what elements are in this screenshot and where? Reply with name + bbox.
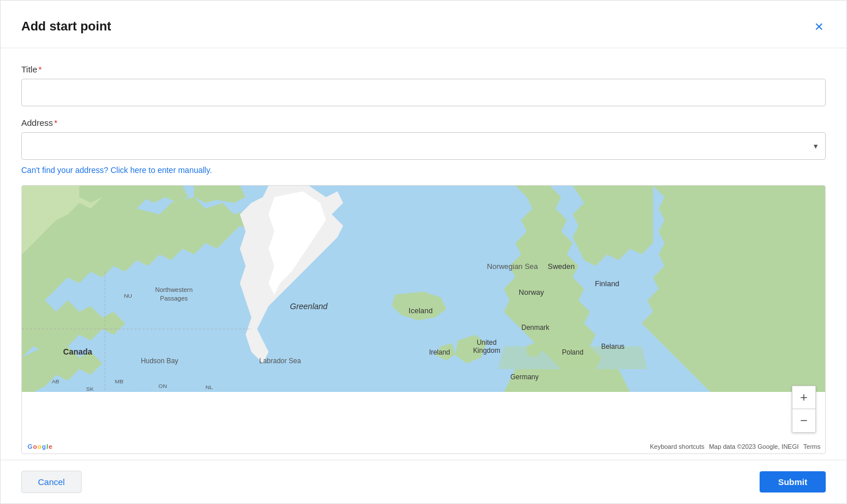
map-label-uk: United (477, 338, 497, 347)
map-label-labrador-sea: Labrador Sea (259, 357, 301, 365)
dialog-footer: Cancel Submit (1, 460, 846, 503)
map-label-northwestern: Northwestern (155, 286, 193, 293)
zoom-out-button[interactable]: − (792, 409, 815, 432)
title-label: Title* (21, 64, 826, 74)
svg-text:Kingdom: Kingdom (473, 347, 500, 355)
dialog-header: Add start point × (1, 1, 846, 48)
keyboard-shortcuts-link[interactable]: Keyboard shortcuts (650, 443, 704, 450)
map-label-ireland: Ireland (429, 348, 450, 356)
cancel-button[interactable]: Cancel (21, 471, 82, 493)
map-label-greenland: Greenland (290, 302, 328, 311)
map-label-hudson-bay: Hudson Bay (141, 357, 178, 365)
zoom-in-button[interactable]: + (792, 386, 815, 409)
address-label: Address* (21, 118, 826, 128)
map-label-canada: Canada (63, 347, 93, 356)
map-data-text: Map data ©2023 Google, INEGI (709, 443, 799, 450)
map-label-denmark: Denmark (522, 324, 550, 332)
add-start-point-dialog: Add start point × Title* Address* ▾ Can'… (0, 0, 847, 504)
dialog-body: Title* Address* ▾ Can't find your addres… (1, 48, 846, 454)
map-label-sk: SK (86, 386, 94, 392)
map-container: Norwegian Sea Greenland Iceland Sweden F… (21, 185, 826, 454)
map-label-on: ON (159, 383, 167, 389)
address-select-wrapper: ▾ (21, 132, 826, 160)
map-label-norwegian-sea: Norwegian Sea (487, 262, 538, 271)
close-button[interactable]: × (812, 17, 826, 36)
map-label-poland: Poland (562, 348, 583, 356)
title-input[interactable] (21, 79, 826, 106)
map-label-iceland: Iceland (409, 306, 433, 315)
map-label-norway: Norway (519, 288, 544, 297)
map-label-germany: Germany (511, 373, 539, 381)
map-attribution: Keyboard shortcuts Map data ©2023 Google… (650, 443, 821, 450)
submit-button[interactable]: Submit (760, 471, 826, 493)
dialog-title: Add start point (21, 19, 111, 34)
map-label-ab: AB (52, 378, 60, 384)
map-label-nl: NL (205, 384, 213, 390)
map-label-finland: Finland (595, 279, 620, 288)
address-select[interactable] (21, 132, 826, 160)
svg-text:Passages: Passages (160, 295, 188, 302)
map-label-nu: NU (124, 293, 132, 299)
map-label-belarus: Belarus (601, 343, 624, 351)
map-svg: Norwegian Sea Greenland Iceland Sweden F… (22, 186, 825, 392)
map-zoom-controls: + − (792, 386, 816, 433)
map-label-mb: MB (115, 378, 124, 384)
google-logo: Google (28, 443, 52, 450)
terms-link[interactable]: Terms (803, 443, 821, 450)
manual-entry-link[interactable]: Can't find your address? Click here to e… (21, 166, 826, 175)
map-label-sweden: Sweden (548, 262, 575, 271)
